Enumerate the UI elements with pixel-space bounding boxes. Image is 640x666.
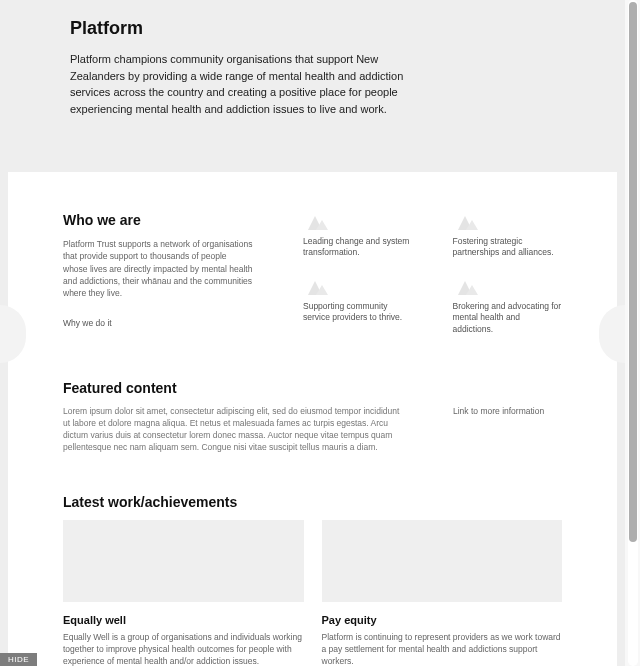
page-scroll[interactable]: Platform Platform champions community or… bbox=[0, 0, 625, 666]
mountain-icon bbox=[303, 212, 331, 230]
page-title: Platform bbox=[70, 18, 555, 39]
mountain-icon bbox=[453, 277, 481, 295]
card-body: Equally Well is a group of organisations… bbox=[63, 632, 304, 666]
featured-link[interactable]: Link to more information bbox=[453, 406, 544, 454]
main-panel: Who we are Platform Trust supports a net… bbox=[8, 172, 617, 666]
pillar-text: Supporting community service providers t… bbox=[303, 301, 413, 324]
latest-section: Latest work/achievements Equally well Eq… bbox=[63, 494, 562, 666]
pillar-item: Brokering and advocating for mental heal… bbox=[453, 277, 563, 335]
card-image-placeholder bbox=[63, 520, 304, 602]
featured-section: Featured content Lorem ipsum dolor sit a… bbox=[63, 380, 562, 454]
hero-intro: Platform champions community organisatio… bbox=[70, 51, 420, 117]
why-we-do-it-link[interactable]: Why we do it bbox=[63, 318, 253, 328]
card-image-placeholder bbox=[322, 520, 563, 602]
mountain-icon bbox=[453, 212, 481, 230]
card-title: Equally well bbox=[63, 614, 304, 626]
scrollbar-thumb[interactable] bbox=[629, 2, 637, 542]
featured-heading: Featured content bbox=[63, 380, 562, 396]
scrollbar-track[interactable] bbox=[628, 0, 638, 666]
pillar-item: Fostering strategic partnerships and all… bbox=[453, 212, 563, 259]
hide-button[interactable]: HIDE bbox=[0, 653, 37, 666]
who-we-are-section: Who we are Platform Trust supports a net… bbox=[63, 212, 562, 335]
pillar-text: Brokering and advocating for mental heal… bbox=[453, 301, 563, 335]
pillar-text: Leading change and system transformation… bbox=[303, 236, 413, 259]
hero-section: Platform Platform champions community or… bbox=[0, 0, 625, 172]
pillar-text: Fostering strategic partnerships and all… bbox=[453, 236, 563, 259]
featured-text: Lorem ipsum dolor sit amet, consectetur … bbox=[63, 406, 403, 454]
card-body: Platform is continuing to represent prov… bbox=[322, 632, 563, 666]
latest-heading: Latest work/achievements bbox=[63, 494, 562, 510]
card-equally-well[interactable]: Equally well Equally Well is a group of … bbox=[63, 520, 304, 666]
who-body: Platform Trust supports a network of org… bbox=[63, 238, 253, 300]
who-heading: Who we are bbox=[63, 212, 253, 228]
card-title: Pay equity bbox=[322, 614, 563, 626]
card-pay-equity[interactable]: Pay equity Platform is continuing to rep… bbox=[322, 520, 563, 666]
pillar-item: Supporting community service providers t… bbox=[303, 277, 413, 335]
pillar-item: Leading change and system transformation… bbox=[303, 212, 413, 259]
mountain-icon bbox=[303, 277, 331, 295]
